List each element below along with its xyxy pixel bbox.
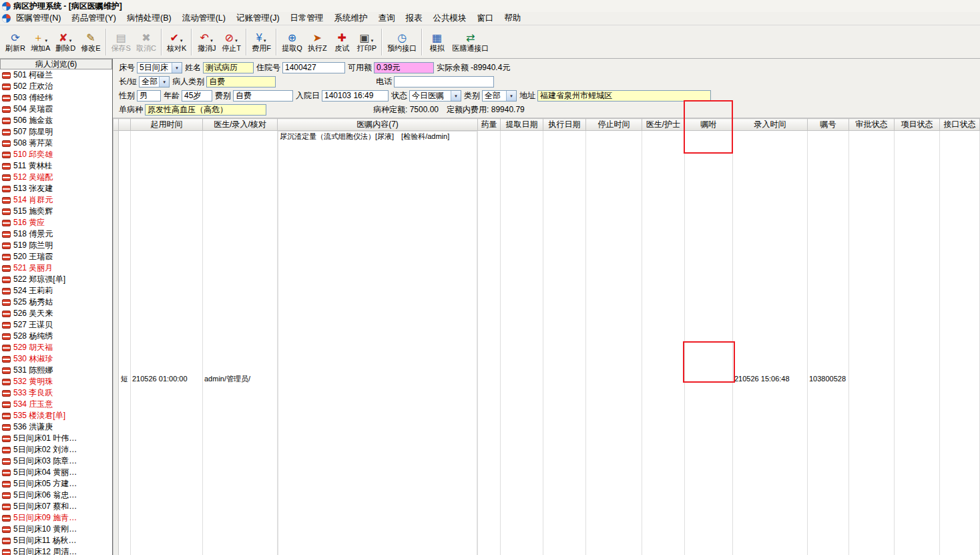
patient-list-item[interactable]: 521 吴丽月 bbox=[0, 262, 112, 274]
phone-field[interactable] bbox=[394, 76, 494, 87]
patient-list-item[interactable]: 520 王瑞霞 bbox=[0, 251, 112, 262]
patient-list-item[interactable]: 5日间床07 蔡和… bbox=[0, 501, 112, 512]
column-header-content[interactable]: 医嘱内容(7) bbox=[278, 119, 478, 131]
edit-button[interactable]: ✎修改E bbox=[78, 27, 103, 57]
refresh-button[interactable]: ⟳刷新R bbox=[3, 27, 28, 57]
menu-item[interactable]: 流动管理(L) bbox=[177, 11, 231, 25]
menu-item[interactable]: 日常管理 bbox=[285, 11, 329, 25]
column-header-order_no[interactable]: 嘱号 bbox=[808, 119, 849, 131]
patient-list-item[interactable]: 502 庄欢治 bbox=[0, 81, 112, 92]
patient-list-item[interactable]: 5日间床04 黄丽… bbox=[0, 467, 112, 478]
column-header-staff[interactable]: 医生/录入/核对 bbox=[203, 119, 278, 131]
menu-item[interactable]: 查询 bbox=[373, 11, 401, 25]
patient-list-item[interactable]: 5日间床12 周清… bbox=[0, 546, 112, 555]
patient-list-item[interactable]: 5日间床09 施青… bbox=[0, 512, 112, 524]
patient-list-item[interactable]: 5日间床11 杨秋… bbox=[0, 535, 112, 546]
skin-test-button[interactable]: ✚皮试 bbox=[330, 27, 354, 57]
appointment-button[interactable]: ◷预约接口 bbox=[385, 27, 419, 57]
patient-list-item[interactable]: 515 施奕辉 bbox=[0, 206, 112, 217]
fee-type-field[interactable]: 自费 bbox=[233, 90, 293, 102]
patient-list-item[interactable]: 5日间床02 刘沛… bbox=[0, 444, 112, 455]
column-header-extract_date[interactable]: 提取日期 bbox=[501, 119, 543, 131]
patient-list-item[interactable]: 518 傅景元 bbox=[0, 228, 112, 240]
column-header-approve_status[interactable]: 审批状态 bbox=[849, 119, 895, 131]
order-row[interactable]: 短210526 01:00:00admin/管理员/尿沉渣定量（流式细胞仪法）[… bbox=[113, 131, 980, 555]
menu-item[interactable]: 药品管理(Y) bbox=[66, 11, 121, 25]
execute-button[interactable]: ➤执行Z bbox=[305, 27, 330, 57]
patient-list-item[interactable]: 511 黄林桂 bbox=[0, 160, 112, 172]
patient-list-item[interactable]: 528 杨纯绣 bbox=[0, 331, 112, 342]
patient-list-item[interactable]: 5日间床05 方建… bbox=[0, 478, 112, 490]
age-field[interactable]: 45岁 bbox=[182, 90, 212, 102]
patient-list-item[interactable]: 522 郑琼强[单] bbox=[0, 274, 112, 285]
menu-item[interactable]: 报表 bbox=[401, 11, 428, 25]
column-header-doctor_nurse[interactable]: 医生/护士 bbox=[642, 119, 685, 131]
patient-list-item[interactable]: 524 王莉莉 bbox=[0, 285, 112, 297]
menu-item[interactable]: 记账管理(J) bbox=[231, 11, 285, 25]
patient-category-field[interactable]: 自费 bbox=[206, 76, 276, 87]
print-button[interactable]: ▣▼打印P bbox=[354, 27, 379, 57]
single-disease-field[interactable]: 原发性高血压（高危） bbox=[145, 104, 266, 116]
delete-button[interactable]: ✘▼删除D bbox=[53, 27, 78, 57]
check-button[interactable]: ✔▼核对K bbox=[164, 27, 189, 57]
admission-no-field[interactable]: 1400427 bbox=[282, 62, 345, 73]
patient-list-item[interactable]: 506 施金兹 bbox=[0, 115, 112, 126]
fee-button[interactable]: ¥▼费用F bbox=[249, 27, 274, 57]
column-header-remark[interactable]: 嘱咐 bbox=[685, 119, 733, 131]
menu-item[interactable]: 病情处理(B) bbox=[121, 11, 177, 25]
patient-list-item[interactable]: 531 陈熙娜 bbox=[0, 365, 112, 376]
menu-item[interactable]: 公共模块 bbox=[428, 11, 472, 25]
undo-button[interactable]: ↶▼撤消J bbox=[194, 27, 219, 57]
patient-list-item[interactable]: 525 杨秀姑 bbox=[0, 297, 112, 308]
patient-list-item[interactable]: 535 楼淡君[单] bbox=[0, 410, 112, 421]
patient-list-item[interactable]: 532 黄明珠 bbox=[0, 376, 112, 387]
chevron-down-icon: ▼ bbox=[180, 37, 184, 44]
patient-list-item[interactable]: 533 李良跃 bbox=[0, 387, 112, 399]
patient-list-item[interactable]: 503 傅经纬 bbox=[0, 92, 112, 104]
patient-list-item[interactable]: 5日间床10 黄刚… bbox=[0, 524, 112, 535]
patient-list-item[interactable]: 5日间床03 陈章… bbox=[0, 455, 112, 467]
patient-list-item[interactable]: 526 吴天来 bbox=[0, 308, 112, 319]
patient-list-item[interactable]: 504 吴瑞霞 bbox=[0, 104, 112, 115]
menu-item[interactable]: 医嘱管理(N) bbox=[11, 11, 66, 25]
status-select[interactable]: 今日医嘱▼ bbox=[409, 90, 461, 102]
patient-list-item[interactable]: 5日间床06 翁忠… bbox=[0, 490, 112, 501]
patient-list-item[interactable]: 507 陈星明 bbox=[0, 126, 112, 138]
patient-list-item[interactable]: 516 黄应 bbox=[0, 217, 112, 228]
column-header-entry_time[interactable]: 录入时间 bbox=[733, 119, 808, 131]
gender-field[interactable]: 男 bbox=[137, 90, 161, 102]
patient-list-item[interactable]: 501 柯碰兰 bbox=[0, 69, 112, 81]
patient-list-item[interactable]: 508 蒋芹菜 bbox=[0, 138, 112, 149]
column-header-dose[interactable]: 药量 bbox=[478, 119, 501, 131]
patient-list-item[interactable]: 527 王谋贝 bbox=[0, 319, 112, 331]
patient-list-item[interactable]: 514 肖群元 bbox=[0, 194, 112, 206]
menu-item[interactable]: 帮助 bbox=[499, 11, 527, 25]
add-button[interactable]: ＋▼增加A bbox=[28, 27, 53, 57]
patient-list-item[interactable]: 510 邱奕雄 bbox=[0, 149, 112, 160]
patient-list-item[interactable]: 530 林淑珍 bbox=[0, 353, 112, 365]
admit-date-field[interactable]: 140103 16:49 bbox=[322, 90, 389, 102]
bed-no-select[interactable]: 5日间床▼ bbox=[137, 62, 182, 73]
stop-button[interactable]: ⊘▼停止T bbox=[219, 27, 244, 57]
patient-list-item[interactable]: 529 胡天福 bbox=[0, 342, 112, 353]
patient-list-item[interactable]: 5日间床01 叶伟… bbox=[0, 433, 112, 444]
column-header-stop_time[interactable]: 停止时间 bbox=[586, 119, 642, 131]
column-header-exec_date[interactable]: 执行日期 bbox=[543, 119, 586, 131]
simulate-button[interactable]: ▦模拟 bbox=[425, 27, 449, 57]
menu-item[interactable]: 系统维护 bbox=[329, 11, 373, 25]
menu-item[interactable]: 窗口 bbox=[472, 11, 499, 25]
patient-list-item[interactable]: 534 庄玉意 bbox=[0, 399, 112, 410]
column-header-start[interactable]: 起用时间 bbox=[131, 119, 203, 131]
column-header-interface_status[interactable]: 接口状态 bbox=[940, 119, 980, 131]
extract-button[interactable]: ⊕提取Q bbox=[279, 27, 305, 57]
patient-name-field[interactable]: 测试病历 bbox=[203, 62, 254, 73]
type-select[interactable]: 全部▼ bbox=[482, 90, 517, 102]
patient-list-item[interactable]: 519 陈兰明 bbox=[0, 240, 112, 251]
patient-list-item[interactable]: 536 洪谦庚 bbox=[0, 421, 112, 433]
interface-button[interactable]: ⇄医膳通接口 bbox=[449, 27, 491, 57]
address-field[interactable]: 福建省泉州市鲤城区 bbox=[537, 90, 711, 102]
column-header-item_status[interactable]: 项目状态 bbox=[895, 119, 940, 131]
patient-list-item[interactable]: 512 吴端配 bbox=[0, 172, 112, 183]
duration-select[interactable]: 全部▼ bbox=[139, 76, 170, 87]
patient-list-item[interactable]: 513 张友建 bbox=[0, 183, 112, 194]
